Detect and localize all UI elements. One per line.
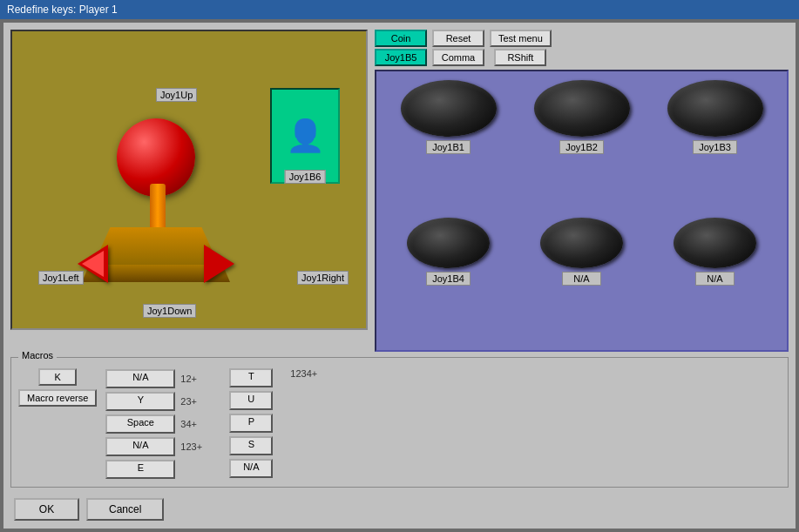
macro-right-keys: T U P S N/A <box>229 368 273 480</box>
macro-combo-3: 123+ <box>177 441 212 452</box>
reset-key-btn[interactable]: Reset <box>432 30 484 47</box>
macros-section: Macros K Macro reverse N/A 12+ Y 23+ Spa… <box>10 357 789 488</box>
joystick-area: Joy1Up 👤 Joy1B6 Joy1Left Joy1Right Joy1D… <box>10 30 368 330</box>
macro-right-key-4[interactable]: N/A <box>229 459 273 478</box>
oval-btn-b4[interactable] <box>407 218 490 268</box>
macro-k-btn[interactable]: K <box>38 368 76 386</box>
macros-title: Macros <box>18 350 57 360</box>
macro-combo-2: 34+ <box>177 419 212 429</box>
title-bar: Redefine keys: Player 1 <box>0 0 799 19</box>
macro-1234-area: 1234+ <box>290 368 317 379</box>
joystick-visual <box>73 110 247 284</box>
macro-keys-grid: N/A 12+ Y 23+ Space 34+ N/A 123+ E <box>105 368 212 480</box>
top-right-controls: Coin Joy1B5 Reset Comma Test menu RShift <box>375 30 789 66</box>
joy1b6-label: Joy1B6 <box>285 170 326 184</box>
macro-key-1[interactable]: Y <box>105 392 175 411</box>
macros-inner: K Macro reverse N/A 12+ Y 23+ Space 34+ … <box>18 368 781 480</box>
macro-right-key-2[interactable]: P <box>229 414 273 433</box>
oval-cell-b2: Joy1B2 <box>518 80 645 211</box>
macro-key-2[interactable]: Space <box>105 414 175 434</box>
macro-right-key-1[interactable]: U <box>229 391 273 410</box>
test-menu-key-btn[interactable]: Test menu <box>490 30 552 47</box>
macro-key-0[interactable]: N/A <box>105 369 175 388</box>
macro-k-area: K Macro reverse <box>18 368 97 407</box>
cancel-button[interactable]: Cancel <box>86 498 164 521</box>
joy-base <box>91 227 221 271</box>
oval-label-b1[interactable]: Joy1B1 <box>426 140 471 154</box>
macro-key-4[interactable]: E <box>105 460 175 479</box>
arrow-right-icon <box>204 245 234 283</box>
coin-key-btn[interactable]: Coin <box>375 30 427 47</box>
oval-cell-b4: Joy1B4 <box>385 218 511 342</box>
oval-btn-b2[interactable] <box>534 80 630 137</box>
macro-reverse-btn[interactable]: Macro reverse <box>18 389 97 407</box>
joy-down-label[interactable]: Joy1Down <box>143 304 196 318</box>
oval-cell-b5: N/A <box>518 218 645 342</box>
ok-button[interactable]: OK <box>14 498 79 521</box>
reset-control: Reset Comma <box>432 30 484 66</box>
oval-btn-b6[interactable] <box>674 218 756 268</box>
reset-value-btn[interactable]: Comma <box>432 49 484 66</box>
oval-cell-b6: N/A <box>652 218 778 342</box>
test-menu-value-btn[interactable]: RShift <box>494 49 546 66</box>
coin-control: Coin Joy1B5 <box>375 30 427 66</box>
test-menu-control: Test menu RShift <box>490 30 552 66</box>
top-section: Joy1Up 👤 Joy1B6 Joy1Left Joy1Right Joy1D… <box>10 30 789 352</box>
joy-right-label[interactable]: Joy1Right <box>297 271 349 285</box>
macro-key-3[interactable]: N/A <box>105 437 175 456</box>
main-content: Joy1Up 👤 Joy1B6 Joy1Left Joy1Right Joy1D… <box>3 23 796 529</box>
macro-combo-0: 12+ <box>177 374 212 384</box>
oval-label-b6[interactable]: N/A <box>695 272 734 286</box>
macro-right-key-3[interactable]: S <box>229 436 273 455</box>
oval-cell-b3: Joy1B3 <box>652 80 778 211</box>
oval-cell-b1: Joy1B1 <box>385 80 511 211</box>
joy-left-label[interactable]: Joy1Left <box>38 271 84 285</box>
oval-panel: Joy1B1 Joy1B2 Joy1B3 Joy1B4 N/A <box>375 70 789 352</box>
bottom-buttons: OK Cancel <box>10 495 789 524</box>
oval-label-b2[interactable]: Joy1B2 <box>559 140 604 154</box>
green-button-area[interactable]: 👤 Joy1B6 <box>270 88 340 184</box>
coin-value-btn[interactable]: Joy1B5 <box>375 49 427 66</box>
person-icon: 👤 <box>286 118 325 154</box>
oval-btn-b1[interactable] <box>401 80 497 137</box>
control-row-labels: Coin Joy1B5 Reset Comma Test menu RShift <box>375 30 789 66</box>
window-title: Redefine keys: Player 1 <box>7 3 118 16</box>
macro-combo-1: 23+ <box>177 396 212 407</box>
macro-right-key-0[interactable]: T <box>229 368 273 387</box>
oval-label-b5[interactable]: N/A <box>562 272 600 286</box>
oval-label-b4[interactable]: Joy1B4 <box>426 272 471 286</box>
oval-btn-b3[interactable] <box>667 80 763 137</box>
buttons-area: Coin Joy1B5 Reset Comma Test menu RShift <box>375 30 789 352</box>
oval-btn-b5[interactable] <box>540 218 623 268</box>
macro-1234-label: 1234+ <box>290 368 317 379</box>
joy-up-label[interactable]: Joy1Up <box>156 88 197 102</box>
oval-label-b3[interactable]: Joy1B3 <box>693 140 737 154</box>
